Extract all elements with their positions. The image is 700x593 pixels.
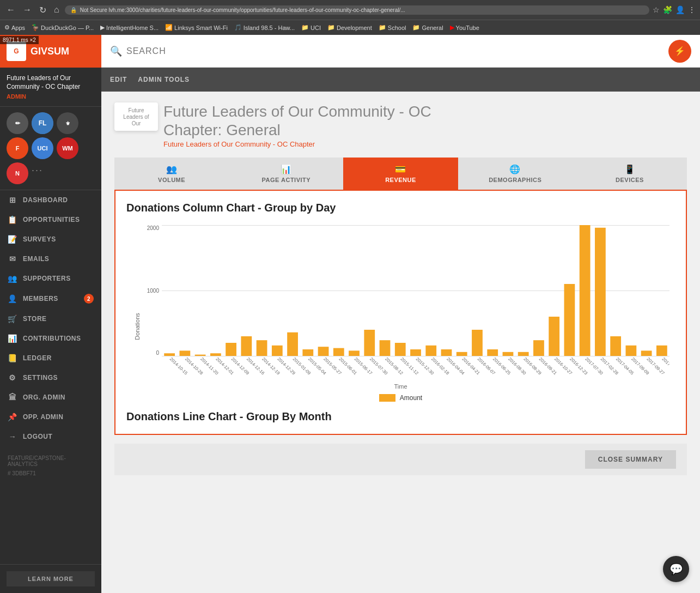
org-admin-icon: 🏛	[8, 393, 17, 402]
bar-chart-svg	[162, 225, 669, 356]
avatar-red[interactable]: WM	[57, 137, 78, 159]
store-icon: 🛒	[8, 314, 17, 323]
avatar-orange2[interactable]: N	[7, 162, 28, 184]
svg-rect-12	[287, 332, 298, 356]
volume-icon: 👥	[166, 164, 178, 174]
home-button[interactable]: ⌂	[52, 4, 62, 16]
svg-rect-9	[241, 336, 252, 356]
svg-rect-29	[549, 317, 559, 356]
content-area: Future Leaders of Our Future Leaders of …	[101, 92, 700, 593]
x-axis-title: Time	[126, 383, 675, 390]
chat-button[interactable]: 💬	[663, 556, 689, 582]
y-axis-label: Donations	[134, 313, 141, 340]
forward-button[interactable]: →	[21, 4, 34, 16]
bookmark-island[interactable]: 🎵 Island 98.5 - Haw...	[234, 24, 295, 31]
wifi-icon: 📶	[165, 24, 173, 31]
nav-logout[interactable]: → LOGOUT	[0, 427, 101, 446]
account-button[interactable]: 👤	[675, 5, 685, 14]
svg-rect-20	[410, 349, 421, 356]
sidebar: G GIVSUM Future Leaders of Our Community…	[0, 35, 101, 593]
svg-rect-30	[564, 284, 575, 356]
avatar-pencil[interactable]: ✏	[7, 112, 28, 134]
analytics-tabs: 👥 VOLUME 📊 PAGE ACTIVITY 💳 REVENUE 🌐 DEM…	[114, 158, 687, 190]
browser-chrome: ← → ↻ ⌂ 🔒 Not Secure lvh.me:3000/chariti…	[0, 0, 700, 20]
x-axis-labels: 2014-10-152014-10-282014-11-202014-12-01…	[162, 356, 669, 378]
tab-volume[interactable]: 👥 VOLUME	[114, 158, 229, 190]
avatar-orange1[interactable]: F	[7, 137, 28, 159]
nav-store[interactable]: 🛒 STORE	[0, 309, 101, 329]
org-name-text: Future Leaders of Our Community - OC Cha…	[7, 74, 95, 91]
url-text: Not Secure lvh.me:3000/charities/future-…	[80, 7, 405, 13]
svg-rect-16	[349, 351, 360, 356]
supporters-icon: 👥	[8, 274, 17, 283]
app-container: G GIVSUM Future Leaders of Our Community…	[0, 35, 700, 593]
back-button[interactable]: ←	[4, 4, 17, 16]
nav-emails[interactable]: ✉ EMAILS	[0, 249, 101, 269]
org-link[interactable]: Future Leaders of Our Community - OC Cha…	[163, 140, 315, 148]
nav-contributions[interactable]: 📊 CONTRIBUTIONS	[0, 329, 101, 348]
svg-rect-35	[641, 351, 652, 356]
duck-icon: 🦆	[32, 24, 39, 31]
extensions-button[interactable]: 🧩	[663, 5, 672, 14]
svg-rect-23	[456, 352, 467, 356]
svg-rect-8	[226, 343, 236, 356]
tab-devices[interactable]: 📱 DEVICES	[573, 158, 687, 190]
edit-button[interactable]: EDIT	[110, 74, 127, 86]
bookmark-general[interactable]: 📁 General	[412, 24, 443, 31]
admin-tools-button[interactable]: ADMIN TOOLS	[138, 74, 190, 86]
search-input[interactable]	[126, 46, 662, 56]
avatar-dark[interactable]: ⚜	[57, 112, 78, 134]
svg-rect-19	[395, 343, 406, 356]
svg-rect-33	[610, 336, 621, 356]
notification-button[interactable]: ⚡	[668, 40, 691, 63]
tab-revenue[interactable]: 💳 REVENUE	[343, 158, 458, 190]
folder-dev-icon: 📁	[327, 24, 335, 31]
nav-supporters[interactable]: 👥 SUPPORTERS	[0, 269, 101, 288]
svg-rect-27	[518, 352, 529, 356]
nav-settings[interactable]: ⚙ SETTINGS	[0, 368, 101, 388]
page-activity-icon: 📊	[281, 164, 292, 174]
nav-opportunities[interactable]: 📋 OPPORTUNITIES	[0, 210, 101, 229]
bookmark-school[interactable]: 📁 School	[379, 24, 406, 31]
legend-color	[379, 394, 395, 402]
y-axis: 2000 1000 0	[143, 225, 159, 356]
bookmark-apps[interactable]: ⚙ Apps	[4, 24, 25, 31]
menu-button[interactable]: ⋮	[688, 5, 696, 14]
admin-toolbar: EDIT ADMIN TOOLS	[101, 68, 700, 92]
close-summary-bar: CLOSE SUMMARY	[114, 444, 687, 475]
avatar-blue[interactable]: FL	[32, 112, 53, 134]
bookmark-youtube[interactable]: ▶ YouTube	[450, 24, 479, 31]
nav-members[interactable]: 👤 MEMBERS 2	[0, 288, 101, 309]
logout-icon: →	[8, 432, 17, 441]
nav-ledger[interactable]: 📒 LEDGER	[0, 348, 101, 368]
learn-more-button[interactable]: LEARN MORE	[7, 571, 95, 586]
nav-org-admin[interactable]: 🏛 ORG. ADMIN	[0, 388, 101, 407]
tab-page-activity[interactable]: 📊 PAGE ACTIVITY	[229, 158, 343, 190]
members-icon: 👤	[8, 294, 17, 303]
avatar-uci[interactable]: UCI	[32, 137, 53, 159]
opportunities-icon: 📋	[8, 215, 17, 224]
nav-dashboard[interactable]: ⊞ DASHBOARD	[0, 190, 101, 210]
nav-opp-admin[interactable]: 📌 OPP. ADMIN	[0, 407, 101, 427]
bookmark-duckduckgo[interactable]: 🦆 DuckDuckGo — P...	[32, 24, 94, 31]
bookmark-uci[interactable]: 📁 UCI	[301, 24, 321, 31]
debug-badge: 8971.1 ms ×2	[0, 36, 39, 44]
reload-button[interactable]: ↻	[37, 4, 48, 16]
tab-demographics[interactable]: 🌐 DEMOGRAPHICS	[458, 158, 573, 190]
legend-label: Amount	[400, 394, 422, 402]
nav-surveys[interactable]: 📝 SURVEYS	[0, 229, 101, 249]
more-orgs[interactable]: ···	[32, 162, 43, 184]
svg-rect-10	[257, 340, 267, 356]
bookmark-button[interactable]: ☆	[653, 5, 660, 14]
contributions-icon: 📊	[8, 334, 17, 343]
svg-text:FL: FL	[39, 119, 47, 127]
bookmark-dev[interactable]: 📁 Development	[327, 24, 372, 31]
svg-rect-24	[472, 330, 483, 356]
bookmark-linksys[interactable]: 📶 Linksys Smart Wi-Fi	[165, 24, 228, 31]
url-bar[interactable]: 🔒 Not Secure lvh.me:3000/charities/futur…	[65, 5, 649, 15]
close-summary-button[interactable]: CLOSE SUMMARY	[585, 450, 676, 469]
bookmark-intelligenthome[interactable]: ▶ IntelligentHome S...	[100, 24, 159, 31]
y-label-0: 0	[156, 350, 159, 356]
main-area: 🔍 ⚡ EDIT ADMIN TOOLS Future Leaders of O…	[101, 35, 700, 593]
svg-rect-25	[487, 349, 498, 356]
